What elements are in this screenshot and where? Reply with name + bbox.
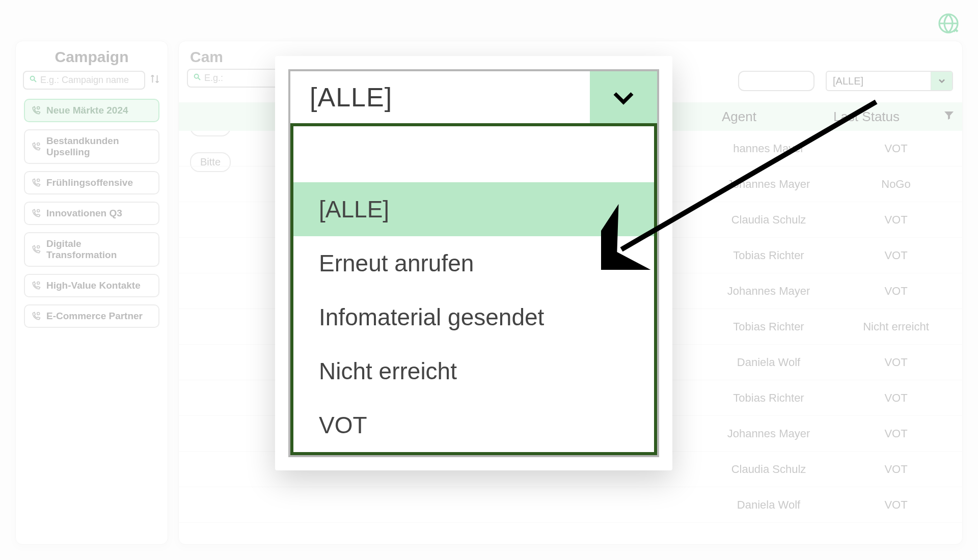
col-agent[interactable]: Agent — [688, 109, 790, 125]
svg-point-4 — [37, 143, 40, 146]
cell-agent: Daniela Wolf — [718, 498, 820, 512]
cell-agent: Tobias Richter — [718, 320, 820, 333]
campaign-item[interactable]: Bestandkunden Upselling — [24, 129, 159, 164]
campaign-item[interactable]: Digitale Transformation — [24, 232, 159, 267]
svg-point-3 — [37, 107, 40, 109]
cell-status: VOT — [855, 356, 937, 369]
svg-point-6 — [37, 210, 40, 212]
phone-gear-icon — [31, 105, 41, 116]
chevron-down-icon — [931, 72, 952, 90]
status-filter-select[interactable]: [ALLE] — [826, 71, 953, 91]
sort-icon[interactable] — [149, 73, 160, 88]
campaign-item-label: E-Commerce Partner — [46, 311, 143, 322]
status-filter-value: [ALLE] — [827, 75, 931, 87]
filter-icon[interactable] — [943, 109, 955, 125]
cell-agent: Tobias Richter — [718, 249, 820, 262]
cell-status: VOT — [855, 463, 937, 476]
cell-agent: Johannes Mayer — [718, 427, 820, 440]
table-row[interactable]: Daniela WolfVOT — [179, 487, 962, 523]
svg-point-9 — [37, 313, 40, 315]
cell-status: VOT — [855, 391, 937, 405]
phone-gear-icon — [31, 142, 41, 152]
campaign-item-label: Neue Märkte 2024 — [46, 105, 128, 116]
campaign-sidebar: Campaign E.g.: Campaign name Neue Märkte… — [15, 41, 168, 545]
cell-status: VOT — [855, 285, 937, 298]
svg-point-8 — [37, 282, 40, 285]
svg-line-11 — [198, 78, 200, 80]
cell-agent: Johannes Mayer — [718, 285, 820, 298]
dropdown-option[interactable]: [ALLE] — [293, 182, 654, 236]
cell-status: NoGo — [855, 178, 937, 191]
status-dropdown-modal: [ALLE] [ALLE] Erneut anrufen Infomateria… — [275, 56, 672, 470]
campaign-item[interactable]: E-Commerce Partner — [24, 304, 159, 328]
col-status[interactable]: Last Status — [826, 109, 907, 125]
phone-gear-icon — [31, 244, 41, 255]
campaign-item[interactable]: Frühlingsoffensive — [24, 171, 159, 194]
cell-agent: Tobias Richter — [718, 391, 820, 405]
phone-gear-icon — [31, 208, 41, 218]
cell-status: VOT — [855, 213, 937, 227]
cell-agent: Daniela Wolf — [718, 356, 820, 369]
campaign-item[interactable]: High-Value Kontakte — [24, 274, 159, 297]
cell-agent: Claudia Schulz — [718, 213, 820, 227]
cell-agent: hannes Mayer — [718, 142, 820, 155]
svg-line-2 — [34, 80, 36, 82]
cell-agent: Johannes Mayer — [718, 178, 820, 191]
dropdown-current-value: [ALLE] — [290, 82, 590, 113]
globe-refresh-icon[interactable] — [936, 11, 961, 38]
campaign-search-input[interactable]: E.g.: Campaign name — [23, 71, 145, 90]
campaign-sidebar-title: Campaign — [21, 48, 162, 66]
dropdown-option[interactable]: Infomaterial gesendet — [293, 290, 654, 344]
campaign-item-label: High-Value Kontakte — [46, 280, 141, 291]
dropdown-selected-row[interactable]: [ALLE] — [290, 71, 657, 123]
svg-point-10 — [195, 74, 199, 78]
detail-search-placeholder: E.g.: — [204, 73, 223, 83]
cell-status: VOT — [855, 427, 937, 440]
svg-point-5 — [37, 179, 40, 182]
dropdown-option[interactable]: Erneut anrufen — [293, 236, 654, 290]
phone-gear-icon — [31, 281, 41, 291]
campaign-item-label: Digitale Transformation — [46, 238, 152, 261]
dropdown-option[interactable]: VOT — [293, 398, 654, 452]
dropdown-options-list: [ALLE] Erneut anrufen Infomaterial gesen… — [290, 123, 657, 455]
cell-agent: Claudia Schulz — [718, 463, 820, 476]
svg-point-7 — [37, 246, 40, 248]
dropdown-option-blank[interactable] — [293, 126, 654, 182]
campaign-item[interactable]: Innovationen Q3 — [24, 202, 159, 225]
campaign-list: Neue Märkte 2024Bestandkunden UpsellingF… — [21, 99, 162, 328]
campaign-item-label: Frühlingsoffensive — [46, 177, 133, 188]
chevron-down-icon — [590, 71, 657, 123]
search-icon — [29, 75, 37, 86]
campaign-search-placeholder: E.g.: Campaign name — [40, 75, 129, 86]
cell-status: VOT — [855, 498, 937, 512]
cell-status: VOT — [855, 249, 937, 262]
search-icon — [193, 73, 201, 83]
cell-status: Nicht erreicht — [855, 320, 937, 333]
dropdown-option[interactable]: Nicht erreicht — [293, 344, 654, 398]
svg-point-1 — [31, 76, 35, 80]
campaign-item-label: Innovationen Q3 — [46, 208, 122, 219]
cell-status: VOT — [855, 142, 937, 155]
phone-gear-icon — [31, 311, 41, 321]
campaign-item-label: Bestandkunden Upselling — [46, 135, 152, 158]
phone-gear-icon — [31, 178, 41, 188]
campaign-item[interactable]: Neue Märkte 2024 — [24, 99, 159, 122]
blank-input[interactable] — [738, 71, 814, 91]
